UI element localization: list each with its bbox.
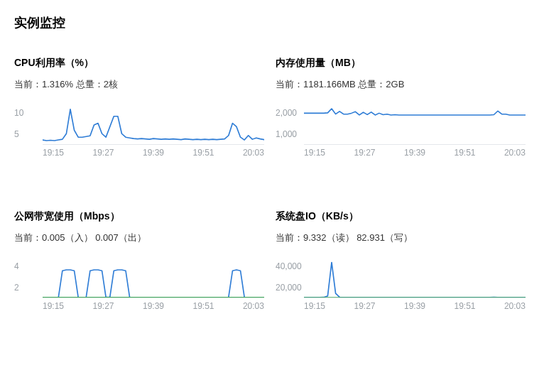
chart-mem-svg bbox=[304, 102, 526, 144]
x-tick: 19:51 bbox=[192, 301, 214, 311]
chart-mem-x-labels: 19:15 19:27 19:39 19:51 20:03 bbox=[304, 148, 526, 158]
y-tick: 5 bbox=[14, 130, 19, 138]
chart-bw-area: 4 2 19:15 19:27 19:39 19:51 20:03 bbox=[14, 256, 268, 324]
chart-io-y-labels: 40,000 20,000 bbox=[276, 256, 301, 298]
chart-cpu-plot bbox=[43, 102, 264, 145]
y-tick: 20,000 bbox=[276, 283, 302, 292]
chart-cpu-area: 10 5 19:15 19:27 19:39 19:51 20:03 bbox=[14, 102, 268, 170]
y-tick: 2 bbox=[14, 283, 19, 292]
chart-io-svg bbox=[304, 256, 526, 298]
chart-mem-plot bbox=[304, 102, 526, 145]
x-tick: 19:39 bbox=[143, 301, 164, 311]
chart-bw-stats: 当前：0.005（入） 0.007（出） bbox=[14, 232, 268, 244]
x-tick: 19:39 bbox=[143, 148, 164, 158]
chart-cpu-svg bbox=[43, 102, 264, 144]
chart-cpu-x-labels: 19:15 19:27 19:39 19:51 20:03 bbox=[43, 148, 264, 158]
chart-mem: 内存使用量（MB） 当前：1181.166MB 总量：2GB 2,000 1,0… bbox=[276, 57, 530, 170]
y-tick: 40,000 bbox=[276, 262, 302, 271]
x-tick: 19:27 bbox=[354, 148, 375, 158]
chart-cpu: CPU利用率（%） 当前：1.316% 总量：2核 10 5 19:15 19:… bbox=[14, 57, 268, 170]
y-tick: 10 bbox=[14, 109, 23, 117]
y-tick: 1,000 bbox=[276, 130, 297, 138]
y-tick: 2,000 bbox=[276, 109, 297, 117]
x-tick: 19:15 bbox=[304, 148, 325, 158]
chart-cpu-title: CPU利用率（%） bbox=[14, 57, 268, 70]
chart-mem-area: 2,000 1,000 19:15 19:27 19:39 19:51 20:0… bbox=[276, 102, 530, 170]
chart-mem-stats: 当前：1181.166MB 总量：2GB bbox=[276, 78, 530, 91]
chart-bw: 公网带宽使用（Mbps） 当前：0.005（入） 0.007（出） 4 2 19… bbox=[14, 210, 268, 324]
x-tick: 19:15 bbox=[43, 148, 64, 158]
y-tick: 4 bbox=[14, 262, 19, 271]
x-tick: 20:03 bbox=[243, 301, 264, 311]
chart-io-title: 系统盘IO（KB/s） bbox=[276, 210, 530, 223]
chart-bw-x-labels: 19:15 19:27 19:39 19:51 20:03 bbox=[43, 301, 264, 311]
chart-cpu-y-labels: 10 5 bbox=[14, 102, 40, 145]
x-tick: 20:03 bbox=[504, 301, 526, 311]
chart-io-x-labels: 19:15 19:27 19:39 19:51 20:03 bbox=[304, 301, 526, 311]
chart-cpu-stats: 当前：1.316% 总量：2核 bbox=[14, 78, 268, 91]
chart-grid: CPU利用率（%） 当前：1.316% 总量：2核 10 5 19:15 19:… bbox=[14, 57, 530, 324]
x-tick: 19:39 bbox=[404, 301, 425, 311]
x-tick: 20:03 bbox=[243, 148, 264, 158]
chart-io-plot bbox=[304, 256, 526, 298]
x-tick: 20:03 bbox=[504, 148, 526, 158]
x-tick: 19:15 bbox=[304, 301, 325, 311]
x-tick: 19:15 bbox=[43, 301, 64, 311]
x-tick: 19:51 bbox=[454, 148, 475, 158]
chart-io-stats: 当前：9.332（读） 82.931（写） bbox=[276, 232, 530, 244]
x-tick: 19:51 bbox=[192, 148, 214, 158]
x-tick: 19:39 bbox=[404, 148, 425, 158]
page-title: 实例监控 bbox=[14, 14, 530, 31]
chart-io: 系统盘IO（KB/s） 当前：9.332（读） 82.931（写） 40,000… bbox=[276, 210, 530, 324]
chart-bw-title: 公网带宽使用（Mbps） bbox=[14, 210, 268, 223]
chart-mem-title: 内存使用量（MB） bbox=[276, 57, 530, 70]
x-tick: 19:27 bbox=[354, 301, 375, 311]
x-tick: 19:27 bbox=[92, 148, 114, 158]
chart-io-area: 40,000 20,000 19:15 19:27 19:39 19:51 20… bbox=[276, 256, 530, 324]
chart-mem-y-labels: 2,000 1,000 bbox=[276, 102, 301, 145]
chart-bw-plot bbox=[43, 256, 264, 298]
chart-bw-svg bbox=[43, 256, 264, 298]
x-tick: 19:27 bbox=[92, 301, 114, 311]
x-tick: 19:51 bbox=[454, 301, 475, 311]
chart-bw-y-labels: 4 2 bbox=[14, 256, 40, 298]
